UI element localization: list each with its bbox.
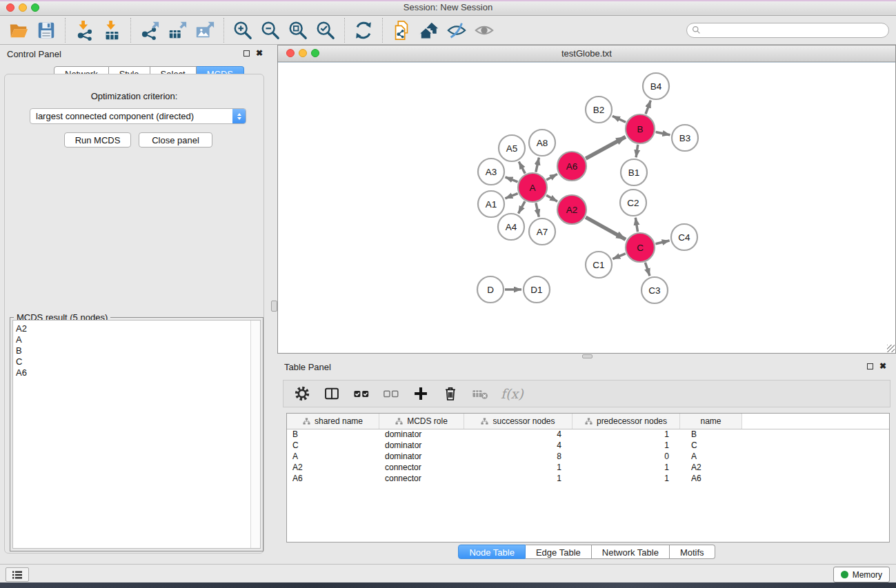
hide-annotations-button[interactable] bbox=[446, 19, 468, 41]
graph-node-label: A3 bbox=[486, 167, 497, 177]
table-panel-title: Table Panel bbox=[284, 362, 331, 372]
graph-edge-A-A6[interactable] bbox=[546, 174, 557, 180]
zoom-out-button[interactable] bbox=[259, 19, 281, 41]
graph-edge-B-B1[interactable] bbox=[636, 145, 638, 157]
add-button[interactable] bbox=[412, 385, 430, 403]
column-header-shared-name[interactable]: shared name bbox=[287, 414, 379, 429]
save-button[interactable] bbox=[35, 19, 57, 41]
home-button[interactable] bbox=[418, 19, 440, 41]
export-table-button[interactable] bbox=[166, 19, 188, 41]
delete-table-button[interactable] bbox=[471, 385, 489, 403]
import-network-button[interactable] bbox=[73, 19, 95, 41]
graph-edge-C-C2[interactable] bbox=[635, 218, 637, 232]
result-item-b[interactable]: B bbox=[13, 345, 260, 356]
table-header: shared nameMCDS rolesuccessor nodesprede… bbox=[287, 414, 889, 429]
table-cell: A6 bbox=[680, 474, 742, 485]
graph-edge-A-A3[interactable] bbox=[506, 177, 518, 182]
graph-node-label: B2 bbox=[593, 105, 605, 115]
column-label: predecessor nodes bbox=[597, 416, 667, 426]
column-header-predecessor-nodes[interactable]: predecessor nodes bbox=[573, 414, 680, 429]
graph-edge-B-B2[interactable] bbox=[613, 116, 626, 122]
close-panel-button[interactable]: Close panel bbox=[139, 132, 212, 148]
graph-edge-A-A7[interactable] bbox=[536, 203, 539, 216]
right-pane: testGlobe.txt B4B2BB3A8A5A6A3B1AC2A1A2A4… bbox=[277, 45, 896, 564]
table-row[interactable]: A2connector11A2 bbox=[287, 463, 889, 474]
optimization-criterion-select[interactable]: largest connected component (directed) bbox=[30, 108, 246, 124]
tab-motifs[interactable]: Motifs bbox=[670, 545, 715, 559]
graph-edge-A2-C[interactable] bbox=[586, 217, 626, 239]
table-row[interactable]: Cdominator41C bbox=[287, 440, 889, 452]
graph-edge-A-A2[interactable] bbox=[546, 195, 557, 201]
graph-edge-C-C4[interactable] bbox=[655, 241, 669, 244]
export-image-button[interactable] bbox=[194, 19, 216, 41]
graph-edge-B-B3[interactable] bbox=[656, 132, 670, 135]
splitter-handle[interactable] bbox=[271, 301, 277, 312]
tree-icon bbox=[585, 418, 593, 425]
delete-button[interactable] bbox=[441, 385, 459, 403]
import-table-icon bbox=[101, 20, 122, 41]
deselect-all-button[interactable] bbox=[382, 385, 400, 403]
table-row[interactable]: Bdominator41B bbox=[287, 429, 889, 440]
search-icon bbox=[692, 26, 701, 34]
zoom-in-button[interactable] bbox=[232, 19, 254, 41]
session-title: Session: New Session bbox=[0, 2, 896, 12]
scrollbar[interactable] bbox=[250, 321, 260, 548]
optimization-criterion-label: Optimization criterion: bbox=[5, 91, 263, 101]
select-all-button[interactable] bbox=[352, 385, 370, 403]
result-item-a6[interactable]: A6 bbox=[13, 367, 260, 378]
result-item-c[interactable]: C bbox=[13, 356, 260, 367]
task-history-button[interactable] bbox=[6, 567, 29, 582]
graph-edge-A-A1[interactable] bbox=[505, 194, 517, 199]
table-cell: 1 bbox=[573, 440, 680, 452]
app-window: Session: New Session Control Panel ✖ Net… bbox=[0, 0, 896, 588]
gear-button[interactable] bbox=[293, 385, 311, 403]
memory-label: Memory bbox=[853, 570, 882, 580]
table-row[interactable]: A6connector11A6 bbox=[287, 474, 889, 485]
result-item-a2[interactable]: A2 bbox=[13, 323, 260, 334]
zoom-selected-button[interactable] bbox=[315, 19, 337, 41]
graph-edge-A-A8[interactable] bbox=[536, 158, 539, 172]
graph-edge-C-C3[interactable] bbox=[645, 263, 650, 276]
zoom-fit-button[interactable] bbox=[287, 19, 309, 41]
column-header-MCDS-role[interactable]: MCDS role bbox=[379, 414, 464, 429]
new-session-network-icon bbox=[391, 20, 412, 41]
tab-network-table[interactable]: Network Table bbox=[592, 545, 670, 559]
graph-edge-C-C1[interactable] bbox=[613, 254, 625, 259]
graph-edge-B-B4[interactable] bbox=[646, 101, 650, 114]
horizontal-splitter[interactable] bbox=[277, 354, 896, 358]
import-table-button[interactable] bbox=[101, 19, 123, 41]
close-panel-icon[interactable]: ✖ bbox=[256, 50, 263, 57]
main-titlebar: Session: New Session bbox=[0, 0, 896, 16]
table-cell: connector bbox=[379, 474, 464, 485]
float-panel-icon[interactable] bbox=[867, 363, 873, 369]
search-input[interactable] bbox=[704, 25, 888, 36]
column-header-successor-nodes[interactable]: successor nodes bbox=[464, 414, 573, 429]
zoom-in-icon bbox=[232, 20, 253, 41]
run-mcds-button[interactable]: Run MCDS bbox=[64, 132, 131, 148]
function-button[interactable]: f(x) bbox=[501, 385, 524, 403]
export-network-button[interactable] bbox=[139, 19, 161, 41]
list-icon bbox=[12, 570, 23, 580]
memory-button[interactable]: Memory bbox=[833, 567, 890, 582]
network-canvas[interactable]: B4B2BB3A8A5A6A3B1AC2A1A2A4A7C4CC1C3DD1 bbox=[278, 62, 895, 353]
graph-node-label: B bbox=[637, 124, 643, 134]
vertical-splitter[interactable] bbox=[270, 45, 277, 564]
open-folder-button[interactable] bbox=[8, 19, 30, 41]
float-panel-icon[interactable] bbox=[243, 50, 250, 57]
close-panel-icon[interactable]: ✖ bbox=[879, 363, 886, 369]
tab-node-table[interactable]: Node Table bbox=[458, 545, 526, 559]
column-header-name[interactable]: name bbox=[680, 414, 742, 429]
graph-edge-A-A5[interactable] bbox=[519, 161, 525, 173]
result-item-a[interactable]: A bbox=[13, 334, 260, 345]
search-field[interactable] bbox=[686, 23, 889, 38]
table-row[interactable]: Adominator80A bbox=[287, 452, 889, 463]
new-session-network-button[interactable] bbox=[390, 19, 412, 41]
graph-edge-A6-B[interactable] bbox=[586, 136, 626, 158]
table-cell: 4 bbox=[464, 429, 573, 440]
show-annotations-button[interactable] bbox=[473, 19, 495, 41]
split-view-button[interactable] bbox=[323, 385, 341, 403]
tab-edge-table[interactable]: Edge Table bbox=[526, 545, 592, 559]
graph-edge-A-A4[interactable] bbox=[519, 201, 526, 213]
refresh-button[interactable] bbox=[352, 19, 375, 41]
resize-grip-icon[interactable] bbox=[887, 345, 895, 352]
